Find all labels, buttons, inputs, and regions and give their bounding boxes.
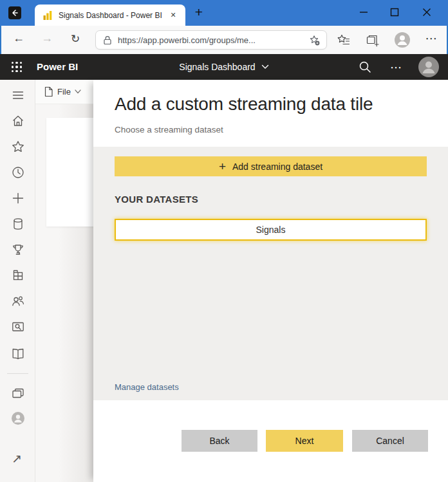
header-more-options-icon[interactable]: ⋯ bbox=[387, 55, 404, 80]
add-streaming-dataset-label: Add streaming dataset bbox=[232, 162, 322, 172]
window-maximize-button[interactable] bbox=[384, 3, 406, 22]
dashboard-canvas bbox=[35, 104, 93, 482]
dialog-subtitle: Choose a streaming dataset bbox=[115, 125, 223, 134]
search-icon[interactable] bbox=[358, 60, 372, 74]
your-datasets-heading: YOUR DATASETS bbox=[115, 194, 198, 205]
nav-shared-icon[interactable] bbox=[11, 294, 25, 308]
nav-create-icon[interactable] bbox=[11, 191, 25, 205]
manage-datasets-link[interactable]: Manage datasets bbox=[115, 382, 179, 392]
dataset-item-label: Signals bbox=[256, 225, 286, 235]
window-close-button[interactable] bbox=[416, 3, 438, 22]
collections-icon[interactable] bbox=[365, 33, 379, 47]
rail-divider bbox=[7, 373, 28, 374]
cancel-button[interactable]: Cancel bbox=[352, 430, 428, 452]
browser-window: Signals Dashboard - Power BI × + ← → ↻ h… bbox=[0, 0, 448, 482]
nav-open-in-new-icon[interactable]: ↗ bbox=[12, 451, 22, 466]
browser-profile-avatar[interactable] bbox=[394, 32, 411, 48]
dialog-title: Add a custom streaming data tile bbox=[115, 94, 373, 115]
new-tab-button[interactable]: + bbox=[191, 4, 207, 21]
browser-toolbar: ← → ↻ https://app.powerbi.com/groups/me.… bbox=[1, 26, 447, 54]
url-text[interactable]: https://app.powerbi.com/groups/me... bbox=[118, 35, 309, 45]
nav-my-workspace-avatar[interactable] bbox=[11, 411, 25, 425]
dialog-footer: Back Next Cancel bbox=[93, 400, 448, 482]
browser-tab[interactable]: Signals Dashboard - Power BI × bbox=[35, 5, 185, 26]
dashboard-tile bbox=[46, 118, 93, 227]
nav-favorites-icon[interactable] bbox=[11, 140, 25, 154]
nav-recent-icon[interactable] bbox=[11, 165, 25, 180]
browser-titlebar: Signals Dashboard - Power BI × + bbox=[0, 0, 448, 26]
window-minimize-button[interactable] bbox=[353, 3, 375, 22]
dialog-body: + Add streaming dataset YOUR DATASETS Si… bbox=[93, 147, 448, 400]
lock-icon bbox=[103, 35, 112, 45]
refresh-icon[interactable]: ↻ bbox=[67, 32, 84, 46]
address-bar[interactable]: https://app.powerbi.com/groups/me... bbox=[95, 30, 327, 50]
tab-title: Signals Dashboard - Power BI bbox=[59, 11, 167, 20]
add-streaming-dataset-button[interactable]: + Add streaming dataset bbox=[115, 156, 427, 176]
favorites-icon[interactable] bbox=[337, 33, 351, 47]
nav-learn-icon[interactable] bbox=[11, 347, 25, 361]
add-favorite-icon[interactable] bbox=[309, 35, 320, 46]
chevron-down-icon[interactable] bbox=[261, 64, 269, 70]
tab-close-icon[interactable]: × bbox=[167, 10, 179, 21]
dataset-item-signals[interactable]: Signals bbox=[115, 219, 427, 241]
add-streaming-tile-dialog: Add a custom streaming data tile Choose … bbox=[93, 80, 448, 482]
app-launcher-icon[interactable] bbox=[10, 60, 23, 73]
file-menu-label[interactable]: File bbox=[57, 87, 71, 97]
powerbi-brand[interactable]: Power BI bbox=[37, 54, 78, 80]
browser-settings-more-icon[interactable]: ⋯ bbox=[423, 31, 440, 46]
forward-icon: → bbox=[39, 32, 55, 45]
page-behind-dialog: File bbox=[35, 80, 93, 482]
nav-datasets-icon[interactable] bbox=[11, 217, 25, 231]
nav-home-icon[interactable] bbox=[11, 114, 25, 128]
nav-browse-icon[interactable] bbox=[11, 387, 25, 401]
dialog-header: Add a custom streaming data tile Choose … bbox=[93, 80, 448, 147]
powerbi-header: Power BI Signals Dashboard ⋯ bbox=[0, 54, 448, 80]
nav-menu-icon[interactable] bbox=[11, 88, 25, 102]
file-chevron-down-icon bbox=[75, 89, 81, 94]
vertical-tabs-icon[interactable] bbox=[8, 6, 21, 19]
nav-goals-icon[interactable] bbox=[11, 243, 25, 257]
back-button[interactable]: Back bbox=[182, 430, 257, 452]
account-avatar[interactable] bbox=[418, 57, 439, 77]
file-menu[interactable]: File bbox=[35, 80, 93, 104]
plus-icon: + bbox=[219, 160, 226, 172]
dashboard-title[interactable]: Signals Dashboard bbox=[179, 62, 255, 72]
nav-explore-icon[interactable] bbox=[11, 320, 25, 334]
file-icon bbox=[44, 86, 53, 97]
nav-workspaces-icon[interactable] bbox=[11, 268, 25, 283]
powerbi-logo-icon bbox=[42, 10, 53, 21]
back-icon[interactable]: ← bbox=[10, 32, 27, 45]
navigation-rail: ↗ bbox=[0, 80, 35, 482]
next-button[interactable]: Next bbox=[266, 430, 343, 452]
